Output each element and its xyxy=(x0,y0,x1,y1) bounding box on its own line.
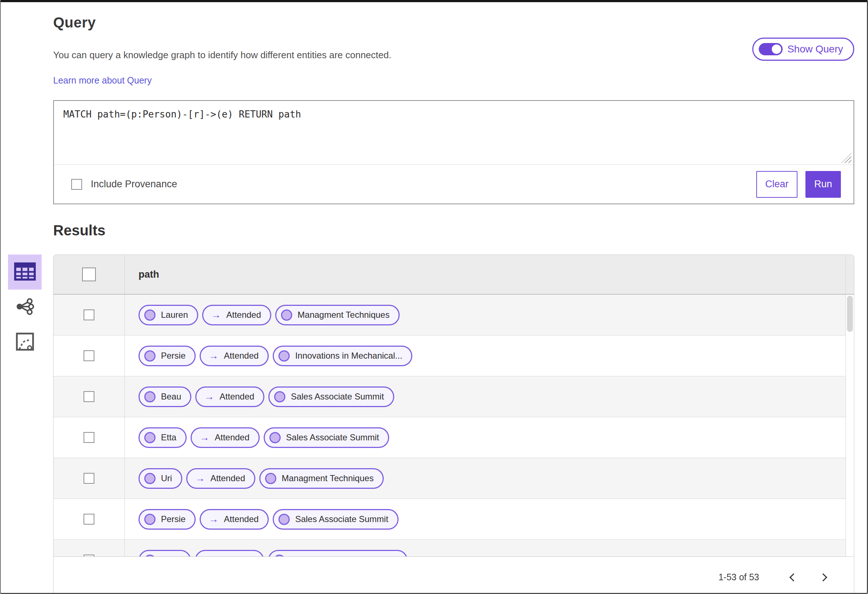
row-path-cell: Lauren → Attended Managment Techniques xyxy=(125,295,846,335)
relation-pill[interactable]: → Attended xyxy=(202,305,271,326)
row-checkbox[interactable] xyxy=(84,514,94,525)
target-node-pill[interactable]: Sales Associate Summit xyxy=(269,386,394,407)
pagination-bar: 1-53 of 53 xyxy=(53,556,854,594)
relation-pill[interactable]: → Attended xyxy=(195,386,264,407)
table-header-row: path xyxy=(53,255,846,295)
arrow-right-icon: → xyxy=(195,474,205,483)
node-circle-icon xyxy=(269,432,280,443)
next-page-button[interactable] xyxy=(813,566,835,588)
row-path-cell: Etta → Attended Sales Associate Summit xyxy=(125,417,846,458)
row-path-cell: Persie → Attended Innovations in Mechani… xyxy=(125,336,846,376)
chevron-right-icon xyxy=(819,573,828,581)
row-checkbox[interactable] xyxy=(84,432,94,443)
page-title: Query xyxy=(53,15,854,31)
row-checkbox-cell xyxy=(53,295,125,335)
row-checkbox[interactable] xyxy=(84,310,94,320)
learn-more-link[interactable]: Learn more about Query xyxy=(53,75,152,85)
scrollbar-thumb[interactable] xyxy=(847,296,853,332)
row-path-cell: Persie → Attended Sales Associate Summit xyxy=(125,499,846,539)
target-node-pill[interactable]: Managment Techniques xyxy=(259,468,384,489)
row-checkbox-cell xyxy=(53,417,125,458)
table-row: Lauren → Attended Managment Techniques xyxy=(53,295,846,336)
chart-view-icon xyxy=(16,332,34,352)
node-circle-icon xyxy=(279,514,290,525)
node-circle-icon xyxy=(144,350,155,361)
query-input[interactable]: MATCH path=(p:Person)-[r]->(e) RETURN pa… xyxy=(54,101,853,165)
graph-view-button[interactable] xyxy=(8,290,41,325)
arrow-right-icon: → xyxy=(211,310,221,320)
toggle-on-icon xyxy=(759,43,782,55)
node-circle-icon xyxy=(144,473,155,484)
page-description: You can query a knowledge graph to ident… xyxy=(53,50,854,61)
table-row: Persie → Attended Sales Associate Summit xyxy=(53,499,846,540)
source-node-pill[interactable]: Persie xyxy=(139,509,196,530)
node-circle-icon xyxy=(265,473,276,484)
target-node-pill[interactable]: Innovations in Mechanical... xyxy=(273,346,412,366)
table-row: Etta → Attended Sales Associate Summit xyxy=(53,417,846,458)
arrow-right-icon: → xyxy=(200,433,210,442)
relation-pill[interactable]: → Attended xyxy=(190,427,260,448)
select-all-cell xyxy=(53,255,125,294)
row-checkbox[interactable] xyxy=(84,391,94,402)
source-node-pill[interactable]: Persie xyxy=(139,346,196,366)
source-node-pill[interactable]: Uri xyxy=(139,468,182,489)
target-node-pill[interactable]: Sales Associate Summit xyxy=(273,509,398,530)
show-query-toggle[interactable]: Show Query xyxy=(752,38,854,61)
table-body: Lauren → Attended Managment Techniques P… xyxy=(53,295,846,556)
relation-pill[interactable]: → Attended xyxy=(200,509,269,530)
node-circle-icon xyxy=(274,391,285,402)
node-circle-icon xyxy=(144,310,155,321)
arrow-right-icon: → xyxy=(209,514,218,524)
target-node-pill[interactable]: Innovations in Mechanical... xyxy=(268,550,407,557)
chart-view-button[interactable] xyxy=(8,325,41,360)
scrollbar-gutter xyxy=(846,255,854,556)
relation-pill[interactable]: → Attended xyxy=(195,550,264,557)
table-row: Uri → Attended Managment Techniques xyxy=(53,458,846,499)
node-circle-icon xyxy=(281,310,292,321)
target-node-pill[interactable]: Sales Associate Summit xyxy=(264,427,389,448)
query-box: MATCH path=(p:Person)-[r]->(e) RETURN pa… xyxy=(53,100,854,204)
chevron-left-icon xyxy=(790,573,798,581)
table-row: Persie → Attended Innovations in Mechani… xyxy=(53,336,846,376)
select-all-checkbox[interactable] xyxy=(82,268,96,281)
table-row: Larry → Attended Innovations in Mechanic… xyxy=(53,540,846,556)
row-checkbox[interactable] xyxy=(84,350,94,361)
target-node-pill[interactable]: Managment Techniques xyxy=(275,305,400,326)
include-provenance-label: Include Provenance xyxy=(91,178,177,190)
source-node-pill[interactable]: Beau xyxy=(139,386,191,407)
row-checkbox-cell xyxy=(53,336,125,376)
clear-button[interactable]: Clear xyxy=(756,171,797,198)
pagination-range: 1-53 of 53 xyxy=(718,572,759,582)
row-path-cell: Larry → Attended Innovations in Mechanic… xyxy=(125,540,846,556)
view-switcher xyxy=(1,255,53,594)
row-checkbox-cell xyxy=(53,499,125,539)
relation-pill[interactable]: → Attended xyxy=(200,346,269,366)
node-circle-icon xyxy=(144,514,155,525)
source-node-pill[interactable]: Larry xyxy=(139,550,191,557)
row-checkbox[interactable] xyxy=(84,473,94,484)
source-node-pill[interactable]: Etta xyxy=(139,427,187,448)
node-circle-icon xyxy=(279,350,290,361)
table-scroll-region: path Lauren → Attended Managment Techniq… xyxy=(53,255,854,556)
previous-page-button[interactable] xyxy=(782,566,803,588)
results-table: path Lauren → Attended Managment Techniq… xyxy=(53,255,846,556)
row-checkbox-cell xyxy=(53,458,125,498)
table-row: Beau → Attended Sales Associate Summit xyxy=(53,376,846,417)
run-button[interactable]: Run xyxy=(805,171,841,198)
source-node-pill[interactable]: Lauren xyxy=(139,305,198,326)
node-circle-icon xyxy=(144,432,155,443)
include-provenance-checkbox[interactable] xyxy=(71,179,82,190)
row-checkbox-cell xyxy=(53,540,125,556)
show-query-label: Show Query xyxy=(787,43,843,55)
arrow-right-icon: → xyxy=(209,351,218,361)
results-area: path Lauren → Attended Managment Techniq… xyxy=(1,255,867,594)
table-view-icon xyxy=(14,262,36,283)
row-checkbox-cell xyxy=(53,376,125,417)
path-column-header: path xyxy=(139,269,159,280)
path-header-cell: path xyxy=(125,255,846,294)
node-circle-icon xyxy=(144,391,155,402)
table-view-button[interactable] xyxy=(8,255,41,290)
relation-pill[interactable]: → Attended xyxy=(186,468,255,489)
results-title: Results xyxy=(53,223,854,239)
arrow-right-icon: → xyxy=(204,392,214,402)
